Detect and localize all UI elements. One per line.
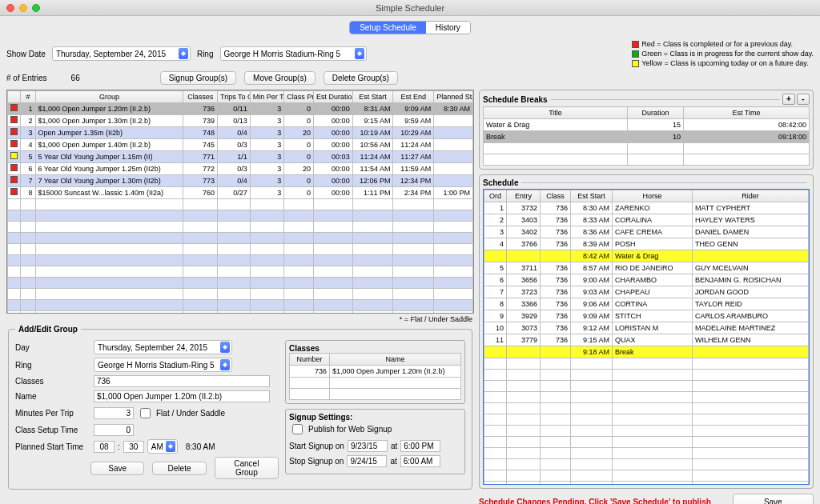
table-row[interactable]: 8$15000 Suncast W...lassic 1.40m (II2a)7… bbox=[8, 187, 473, 199]
table-row[interactable]: 4$1,000 Open Jumper 1.40m (II.2.b)7450/3… bbox=[8, 139, 473, 151]
legend: Red = Class is completed or for a previo… bbox=[632, 39, 814, 68]
flat-label: Flat / Under Saddle bbox=[156, 409, 225, 418]
table-row[interactable]: 1137797369:15 AMQUAXWILHELM GENN bbox=[484, 334, 809, 346]
table-row[interactable]: Break1009:18:00 bbox=[484, 131, 810, 143]
tab-setup-schedule[interactable]: Setup Schedule bbox=[350, 22, 426, 34]
titlebar: Simple Scheduler bbox=[0, 0, 820, 16]
cst-input[interactable] bbox=[94, 424, 134, 436]
table-row[interactable]: 1$1,000 Open Jumper 1.20m (II.2.b)7360/1… bbox=[8, 103, 473, 115]
cancel-group-button[interactable]: Cancel Group bbox=[215, 457, 279, 479]
signup-groups-button[interactable]: Signup Group(s) bbox=[160, 71, 236, 85]
table-row[interactable]: 737237369:03 AMCHAPEAUJORDAN GOOD bbox=[484, 286, 809, 298]
start-signup-time[interactable] bbox=[400, 440, 440, 452]
status-swatch-icon bbox=[10, 152, 18, 159]
classes-label: Classes bbox=[15, 377, 90, 386]
schedule-box: Schedule OrdEntryClassEst StartHorseRide… bbox=[479, 174, 814, 489]
table-row[interactable]: 234037368:33 AMCORALINAHAYLEY WATERS bbox=[484, 214, 809, 226]
classes-subtable[interactable]: NumberName 736$1,000 Open Jumper 1.20m (… bbox=[289, 353, 461, 400]
table-row[interactable]: 66 Year Old Young Jumper 1.25m (II2b)772… bbox=[8, 163, 473, 175]
table-row[interactable]: 2$1,000 Open Jumper 1.30m (II.2.b)7390/1… bbox=[8, 115, 473, 127]
name-label: Name bbox=[15, 392, 90, 401]
flat-footnote: * = Flat / Under Saddle bbox=[6, 315, 472, 323]
stop-signup-time[interactable] bbox=[400, 455, 440, 467]
chevron-updown-icon bbox=[179, 48, 188, 59]
tab-history[interactable]: History bbox=[426, 22, 470, 34]
delete-groups-button[interactable]: Delete Group(s) bbox=[324, 71, 398, 85]
table-row[interactable]: 8:42 AMWater & Drag bbox=[484, 250, 809, 262]
add-edit-group-fieldset: Add/Edit Group Day Thursday, September 2… bbox=[8, 325, 472, 490]
mpt-label: Minutes Per Trip bbox=[15, 409, 90, 418]
status-swatch-icon bbox=[10, 140, 18, 147]
chevron-updown-icon bbox=[355, 48, 364, 59]
table-row[interactable]: 1030737369:12 AMLORISTAN MMADELAINE MART… bbox=[484, 322, 809, 334]
table-row[interactable]: 55 Year Old Young Jumper 1.15m (II)7711/… bbox=[8, 151, 473, 163]
show-date-label: Show Date bbox=[6, 50, 46, 58]
status-swatch-icon bbox=[10, 164, 18, 171]
form-ring-label: Ring bbox=[15, 361, 90, 370]
pst-label: Planned Start Time bbox=[15, 442, 90, 451]
green-swatch-icon bbox=[632, 50, 639, 58]
chevron-updown-icon bbox=[166, 441, 175, 452]
name-input[interactable] bbox=[94, 390, 270, 402]
stop-signup-date[interactable] bbox=[347, 455, 387, 467]
save-button[interactable]: Save bbox=[90, 462, 144, 475]
start-signup-date[interactable] bbox=[348, 440, 388, 452]
chevron-updown-icon bbox=[220, 342, 230, 353]
day-combo[interactable]: Thursday, September 24, 2015 bbox=[94, 340, 232, 354]
table-row[interactable]: 636567369:00 AMCHARAMBOBENJAMIN G. ROSIC… bbox=[484, 274, 809, 286]
pending-message: Schedule Changes Pending. Click 'Save Sc… bbox=[479, 498, 733, 504]
top-tabs: Setup Schedule History bbox=[349, 21, 471, 34]
pst-hour[interactable] bbox=[94, 441, 115, 453]
classes-input[interactable] bbox=[94, 375, 270, 387]
entries-count: 66 bbox=[71, 74, 80, 82]
move-groups-button[interactable]: Move Group(s) bbox=[244, 71, 316, 85]
pst-ampm[interactable]: AM bbox=[147, 439, 178, 454]
groups-table[interactable]: #GroupClassesTrips To GoMin Per TripClas… bbox=[6, 90, 474, 314]
yellow-swatch-icon bbox=[632, 60, 639, 67]
status-swatch-icon bbox=[10, 176, 18, 183]
pst-min[interactable] bbox=[123, 441, 144, 453]
day-label: Day bbox=[15, 343, 90, 352]
chevron-updown-icon bbox=[220, 359, 230, 370]
ring-label: Ring bbox=[197, 50, 214, 58]
classes-box: Classes NumberName 736$1,000 Open Jumper… bbox=[285, 340, 465, 404]
breaks-table[interactable]: TitleDurationEst Time Water & Drag1508:4… bbox=[483, 106, 810, 166]
pst-display: 8:30 AM bbox=[186, 442, 215, 451]
save-schedule-button[interactable]: Save Schedule bbox=[733, 494, 814, 504]
table-row[interactable]: 9:18 AMBreak bbox=[484, 346, 809, 358]
table-row[interactable]: 537117368:57 AMRIO DE JANEIROGUY MCELVAI… bbox=[484, 262, 809, 274]
status-swatch-icon bbox=[10, 188, 18, 195]
schedule-table[interactable]: OrdEntryClassEst StartHorseRider 1373273… bbox=[483, 189, 810, 485]
status-swatch-icon bbox=[10, 116, 18, 123]
status-swatch-icon bbox=[10, 104, 18, 111]
mpt-input[interactable] bbox=[94, 407, 134, 419]
table-row[interactable]: 939297369:09 AMSTITCHCARLOS ARAMBURO bbox=[484, 310, 809, 322]
status-swatch-icon bbox=[10, 128, 18, 135]
flat-checkbox[interactable] bbox=[140, 408, 151, 418]
show-date-combo[interactable]: Thursday, September 24, 2015 bbox=[52, 46, 191, 61]
delete-button[interactable]: Delete bbox=[152, 462, 206, 475]
ring-combo[interactable]: George H Morris Stadium-Ring 5 bbox=[220, 46, 367, 61]
table-row[interactable]: 3Open Jumper 1.35m (II2b)7480/43 2000:00… bbox=[8, 127, 473, 139]
red-swatch-icon bbox=[632, 41, 639, 48]
form-ring-combo[interactable]: George H Morris Stadium-Ring 5 bbox=[94, 358, 232, 372]
cst-label: Class Setup Time bbox=[15, 426, 90, 434]
schedule-breaks-box: Schedule Breaks + - TitleDurationEst Tim… bbox=[479, 90, 814, 170]
entries-label: # of Entries bbox=[6, 74, 47, 82]
table-row[interactable]: 437667368:39 AMPOSHTHEO GENN bbox=[484, 238, 809, 250]
remove-break-button[interactable]: - bbox=[797, 94, 810, 105]
window-title: Simple Scheduler bbox=[0, 3, 820, 13]
signup-settings: Signup Settings: Publish for Web Signup … bbox=[285, 409, 465, 474]
table-row[interactable]: 137327368:30 AMZARENKOMATT CYPHERT bbox=[484, 202, 809, 214]
add-break-button[interactable]: + bbox=[782, 94, 795, 105]
table-row[interactable]: Water & Drag1508:42:00 bbox=[484, 119, 810, 131]
table-row[interactable]: 334027368:36 AMCAFE CREMADANIEL DAMEN bbox=[484, 226, 809, 238]
table-row[interactable]: 77 Year Old Young Jumper 1.30m (II2b)773… bbox=[8, 175, 473, 187]
add-edit-legend: Add/Edit Group bbox=[15, 325, 81, 334]
table-row[interactable]: 833667369:06 AMCORTINATAYLOR REID bbox=[484, 298, 809, 310]
publish-checkbox[interactable] bbox=[292, 424, 303, 434]
